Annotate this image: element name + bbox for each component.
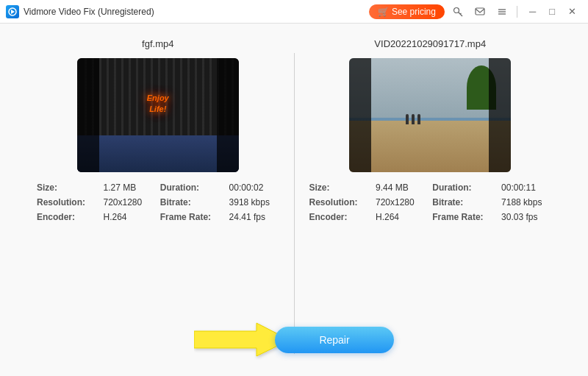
see-pricing-label: See pricing	[392, 7, 436, 17]
right-video-title: VID20221029091717.mp4	[374, 38, 486, 49]
left-framerate-label: Frame Rate:	[160, 212, 220, 222]
right-encoder-label: Encoder:	[309, 212, 368, 222]
close-button[interactable]: ✕	[562, 4, 582, 18]
right-resolution-label: Resolution:	[309, 197, 368, 207]
svg-line-4	[460, 13, 462, 14]
right-framerate-value: 30.03 fps	[501, 212, 551, 222]
see-pricing-button[interactable]: 🛒 See pricing	[369, 4, 445, 19]
left-bitrate-label: Bitrate:	[160, 197, 220, 207]
svg-point-2	[453, 7, 459, 13]
repair-button[interactable]: Repair	[275, 327, 393, 353]
right-meta-grid: Size: 9.44 MB Duration: 00:00:11 Resolut…	[309, 182, 552, 222]
titlebar: Vidmore Video Fix (Unregistered) 🛒 See p…	[0, 0, 588, 24]
left-video-thumbnail: EnjoyLife!	[77, 58, 239, 172]
left-encoder-value: H.264	[104, 212, 151, 222]
right-resolution-value: 720x1280	[376, 197, 423, 207]
message-button[interactable]	[471, 5, 489, 18]
left-framerate-value: 24.41 fps	[229, 212, 279, 222]
left-duration-value: 00:00:02	[229, 182, 279, 193]
left-duration-label: Duration:	[160, 182, 220, 193]
cart-icon: 🛒	[378, 7, 389, 17]
left-size-label: Size:	[37, 182, 95, 193]
left-size-value: 1.27 MB	[104, 182, 151, 193]
left-meta-grid: Size: 1.27 MB Duration: 00:00:02 Resolut…	[37, 182, 279, 222]
window-controls: ─ □ ✕	[523, 4, 582, 18]
minimize-icon: ─	[529, 6, 536, 17]
app-logo: Vidmore Video Fix (Unregistered)	[6, 5, 154, 18]
svg-rect-5	[476, 8, 484, 15]
repair-label: Repair	[319, 334, 349, 346]
maximize-icon: □	[549, 6, 555, 17]
left-bitrate-value: 3918 kbps	[229, 197, 279, 207]
neon-text: EnjoyLife!	[147, 93, 169, 116]
titlebar-separator	[517, 6, 517, 18]
left-resolution-value: 720x1280	[104, 197, 151, 207]
titlebar-actions: 🛒 See pricing ─	[369, 4, 582, 19]
key-button[interactable]	[449, 5, 467, 18]
minimize-button[interactable]: ─	[523, 4, 542, 18]
left-video-title: fgf.mp4	[142, 38, 173, 49]
menu-button[interactable]	[493, 5, 511, 18]
right-duration-value: 00:00:11	[501, 182, 551, 193]
right-bitrate-label: Bitrate:	[432, 197, 492, 207]
right-video-thumbnail	[349, 58, 511, 172]
right-size-label: Size:	[309, 182, 368, 193]
right-encoder-value: H.264	[376, 212, 423, 222]
right-duration-label: Duration:	[432, 182, 492, 193]
close-icon: ✕	[568, 6, 576, 17]
repair-area: Repair	[0, 319, 588, 360]
right-bitrate-value: 7188 kbps	[501, 197, 551, 207]
maximize-button[interactable]: □	[543, 4, 561, 18]
left-resolution-label: Resolution:	[37, 197, 95, 207]
logo-icon	[6, 5, 19, 18]
svg-marker-1	[11, 10, 15, 14]
left-encoder-label: Encoder:	[37, 212, 95, 222]
app-title: Vidmore Video Fix (Unregistered)	[24, 7, 154, 17]
right-size-value: 9.44 MB	[376, 182, 423, 193]
right-framerate-label: Frame Rate:	[432, 212, 492, 222]
